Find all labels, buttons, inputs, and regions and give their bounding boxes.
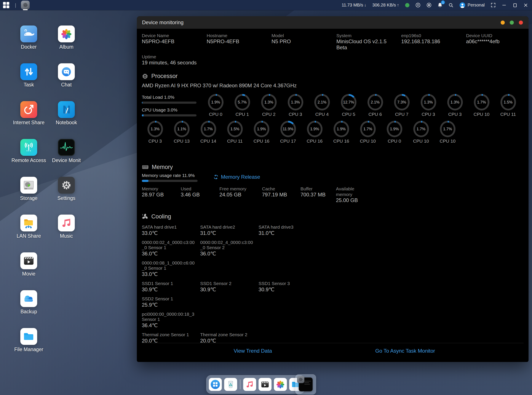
desktop-icon-file-manager[interactable]: File Manager	[11, 328, 46, 352]
desktop-icon-chat[interactable]: Chat	[49, 63, 84, 88]
notification-bell-button[interactable]: 1	[438, 2, 443, 8]
cpu-gauge-ring: 2.1%	[367, 94, 383, 110]
cpu-gauge-ring: 1.7%	[360, 121, 376, 137]
memory-stat-field: Used3.46 GB	[181, 186, 219, 203]
stop-service-button[interactable]	[427, 3, 432, 8]
desktop-icon-backup[interactable]: Backup	[11, 290, 46, 315]
cpu-gauge-ring: 1.5%	[227, 121, 243, 137]
device-info-label: System	[336, 33, 397, 38]
processor-section-title: Processor	[151, 73, 178, 80]
window-close-button[interactable]	[519, 21, 523, 25]
memory-stat-value: 797.19 MB	[262, 192, 297, 198]
sensor-temperature: 30.9℃	[259, 286, 317, 292]
window-minimize-button[interactable]	[501, 21, 505, 25]
cpu-gauge-label: CPU 2	[255, 112, 282, 117]
cpu-gauge: 1.5%CPU 11	[495, 94, 521, 117]
device-info-value: N5PRO-4EFB	[142, 38, 203, 44]
cpu-gauge-percent: 1.5%	[227, 121, 243, 137]
cpu-gauge-label: CPU 10	[355, 138, 381, 144]
cpu-gauge-percent: 2.1%	[367, 94, 383, 110]
start-menu-button[interactable]	[3, 2, 9, 8]
device-info-label: enp196s0	[401, 33, 462, 38]
top-bar-left: |	[3, 0, 30, 10]
dock-minimized-window-thumbnail[interactable]	[295, 374, 316, 395]
sync-button[interactable]	[416, 3, 421, 8]
sensor-name: SATA hard drive3	[259, 225, 311, 230]
view-trend-data-link[interactable]: View Trend Data	[234, 348, 272, 354]
cpu-gauge-label: CPU 5	[335, 112, 362, 117]
desktop-icon-music[interactable]: Music	[49, 214, 84, 239]
dock-music-button[interactable]	[243, 378, 256, 391]
cpu-usage-progress-fill	[142, 114, 144, 116]
maximize-window-button[interactable]	[513, 3, 517, 8]
desktop-icon-internet-share[interactable]: Internet Share	[11, 101, 46, 126]
dock-app-launcher-button[interactable]	[209, 378, 222, 391]
memory-stat-value: 3.46 GB	[181, 192, 216, 198]
cpu-gauge-percent: 1.3%	[447, 94, 463, 110]
async-task-monitor-link[interactable]: Go To Async Task Monitor	[375, 348, 435, 354]
desktop-icon-storage[interactable]: Storage	[11, 177, 46, 201]
cpu-gauge: 1.9%CPU 0	[202, 94, 229, 117]
sensor-name: SSD1 Sensor 3	[259, 281, 311, 286]
desktop-icon-task[interactable]: Task	[11, 63, 46, 88]
desktop-icon-settings[interactable]: Settings	[49, 177, 84, 201]
memory-section-title: Memory	[152, 164, 173, 170]
account-menu[interactable]: Personal	[459, 2, 485, 8]
cpu-gauge-percent: 1.9%	[208, 94, 223, 110]
desktop-icon-device-monitor[interactable]: Device Monit	[49, 139, 84, 163]
cooling-sensor-row: Thermal zone Sensor 120.0℃Thermal zone S…	[142, 332, 524, 344]
cooling-sensor-row: SSD2 Sensor 125.9℃	[142, 296, 524, 308]
upload-arrow-icon: ↑	[397, 3, 399, 8]
minimize-window-button[interactable]	[502, 3, 506, 8]
desktop-icon-notebook[interactable]: Notebook	[49, 101, 84, 126]
memory-release-button[interactable]: Memory Release	[213, 174, 260, 180]
device-info-grid: Device NameN5PRO-4EFBHostnameN5PRO-4EFBM…	[142, 33, 524, 50]
desktop-icon-label: Settings	[49, 195, 84, 201]
window-title-bar[interactable]: Device monitoring	[137, 16, 529, 29]
cpu-gauge-percent: 1.3%	[261, 94, 277, 110]
cooling-sensor: 0000:00:02_4_0000:c3:00_0 Sensor 236.0℃	[200, 240, 259, 257]
memory-stat-label: Used	[181, 186, 216, 192]
status-dot-icon[interactable]	[405, 3, 410, 7]
sensor-temperature: 33.0℃	[142, 230, 200, 236]
dock-recycle-bin-button[interactable]	[224, 378, 237, 391]
cpu-gauge: 1.3%CPU 3	[442, 94, 468, 117]
desktop-icon-album[interactable]: Album	[49, 26, 84, 50]
cooling-sensor-row: SATA hard drive133.0℃SATA hard drive231.…	[142, 225, 524, 236]
cpu-gauge-ring: 1.9%	[254, 121, 269, 137]
dock-album-button[interactable]	[274, 378, 287, 391]
cpu-gauge-percent: 1.9%	[387, 121, 402, 137]
search-button[interactable]	[449, 3, 453, 8]
cpu-gauge-label: CPU 16	[301, 138, 328, 144]
desktop-icon-docker[interactable]: Docker	[11, 26, 46, 50]
cooling-sensor-row: 0000:00:02_4_0000:c3:00_0 Sensor 136.0℃0…	[142, 240, 524, 257]
remote-access-icon	[20, 139, 37, 156]
fullscreen-button[interactable]	[491, 3, 496, 8]
device-monitor-app-badge	[297, 376, 304, 383]
close-window-button[interactable]	[523, 3, 528, 8]
cpu-gauge-percent: 1.9%	[254, 121, 269, 137]
window-controls	[501, 16, 523, 29]
desktop-icon-movie[interactable]: Movie	[11, 252, 46, 277]
desktop-icon-lan-share[interactable]: LAN Share	[11, 214, 46, 239]
cooling-sensor: Thermal zone Sensor 120.0℃	[142, 332, 200, 344]
cooling-sensor-row: 0000:00:08_1_0000:c6:00_0 Sensor 133.0℃	[142, 260, 524, 277]
cpu-gauge-ring: 12.7%	[341, 94, 356, 110]
task-icon	[20, 63, 37, 80]
dock-movie-button[interactable]	[259, 378, 272, 391]
cpu-gauge: 1.1%CPU 13	[168, 121, 195, 144]
cpu-gauge-percent: 1.1%	[174, 121, 190, 137]
cooling-sensor: 0000:00:02_4_0000:c3:00_0 Sensor 136.0℃	[142, 240, 200, 257]
uptime-value: 19 minutes, 46 seconds	[142, 60, 524, 66]
download-arrow-icon: ↓	[364, 3, 366, 8]
desktop-icon-remote-access[interactable]: Remote Access	[11, 139, 46, 163]
taskbar-running-app-device-monitor[interactable]	[21, 0, 30, 10]
sensor-temperature: 25.9℃	[142, 302, 200, 308]
sensor-temperature: 36.0℃	[200, 251, 259, 257]
window-maximize-button[interactable]	[510, 21, 514, 25]
cpu-gauge-label: CPU 3	[442, 112, 468, 117]
fullscreen-icon	[491, 3, 496, 8]
cpu-gauge-percent: 1.3%	[288, 94, 303, 110]
sensor-temperature: 31.0℃	[259, 230, 317, 236]
cpu-gauge: 1.3%CPU 2	[255, 94, 282, 117]
